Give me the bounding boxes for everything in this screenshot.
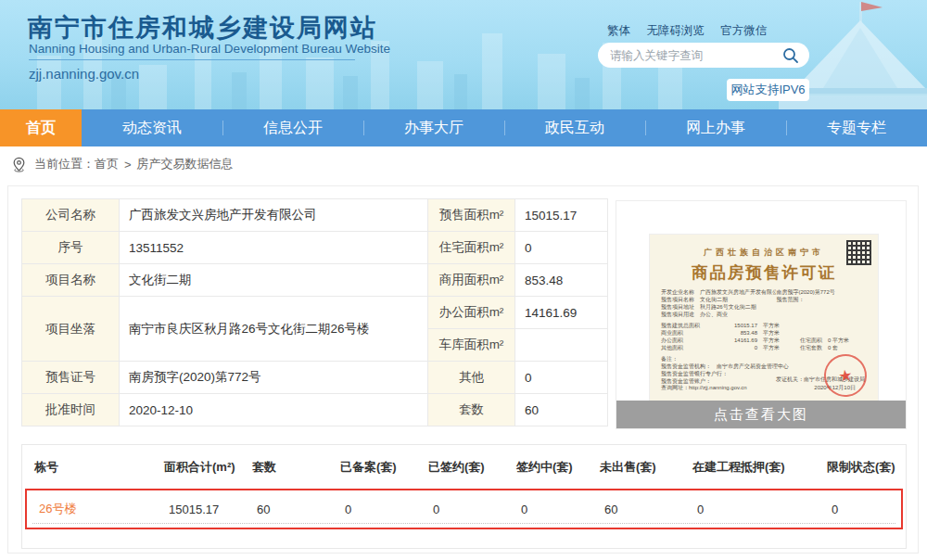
cert-area-extra: 住宅套数 0 套 [785,344,869,351]
search-icon [781,46,800,65]
info-label: 套数 [428,394,515,426]
col-header-restricted: 限制状态(套) [815,459,906,476]
col-header-units: 套数 [240,459,328,476]
nav-item-info-disclosure[interactable]: 信息公开 [222,109,363,146]
search-button[interactable] [781,46,800,65]
info-label: 预售证号 [22,362,120,394]
qr-code [846,240,871,265]
table-row: 预售证号 南房预字(2020)第772号 其他 0 [22,362,608,394]
building-link[interactable]: 26号楼 [27,501,157,517]
top-utility-links: 繁体 无障碍浏览 官方微信 [607,23,780,39]
site-title: 南宁市住房和城乡建设局网站 [28,11,377,45]
info-label: 办公面积m² [428,297,515,329]
breadcrumb-home-link[interactable]: 首页 [95,156,119,172]
location-pin-icon [11,157,27,172]
other-value: 0 [515,362,608,394]
link-official-wechat[interactable]: 官方微信 [720,24,767,37]
col-header-recorded: 已备案(套) [328,459,416,476]
presale-cert-number-value: 南房预字(2020)第772号 [120,362,428,394]
cert-area-value: 14161.69 平方米 [718,337,785,344]
cert-area-value: 15015.17 平方米 [718,322,785,329]
cert-area-extra: 住宅面积 0 平方米 [785,337,869,344]
nav-item-online-services[interactable]: 网上办事 [645,109,786,146]
cert-query-url: 查询网址：http://zjj.nanning.gov.cn [661,384,747,392]
cell-units: 60 [245,503,333,516]
cert-area-extra [785,329,869,337]
table-row: 序号 13511552 住宅面积m² 0 [22,232,608,264]
info-label: 其他 [428,362,515,394]
commercial-area-value: 853.48 [515,264,608,297]
cert-line: 南房预字(2020)第772号 [776,288,869,296]
cell-restricted: 0 [819,503,901,516]
site-subtitle: Nanning Housing and Urban-Rural Developm… [29,42,390,56]
presale-area-value: 15015.17 [515,199,608,232]
cert-area-label: 商业面积 [661,329,718,337]
table-row: 项目坐落 南宁市良庆区秋月路26号文化街二期26号楼 办公面积m² 14161.… [22,297,608,329]
nav-item-home[interactable]: 首页 [0,109,82,146]
cell-mortgaged: 0 [685,503,819,516]
link-traditional-chinese[interactable]: 繁体 [607,24,630,37]
info-label: 项目坐落 [22,297,120,362]
highlighted-building-row: 26号楼 15015.17 60 0 0 0 60 0 0 [25,489,903,529]
nav-item-special-topics[interactable]: 专题专栏 [786,109,927,146]
buildings-table: 栋号 面积合计(m²) 套数 已备案(套) 已签约(套) 签约中(套) 未出售(… [21,444,907,549]
certificate-main-title: 商品房预售许可证 [650,261,878,284]
site-banner: 南宁市住房和城乡建设局网站 Nanning Housing and Urban-… [0,0,927,109]
info-label: 车库面积m² [428,329,515,362]
view-large-image-button[interactable]: 点击查看大图 [616,401,906,428]
approval-date-value: 2020-12-10 [120,394,428,426]
cell-signing: 0 [509,503,592,516]
info-label: 序号 [22,232,120,264]
info-label: 住宅面积m² [428,232,515,264]
row-dotted-divider [32,523,895,524]
serial-number-value: 13511552 [120,232,428,264]
page: 南宁市住房和城乡建设局网站 Nanning Housing and Urban-… [0,0,927,560]
cert-area-extra [785,322,869,329]
cell-unsold: 60 [592,503,685,516]
breadcrumb-current: 房产交易数据信息 [137,156,234,172]
info-label: 预售面积m² [428,199,515,232]
project-name-value: 文化街二期 [120,264,428,297]
breadcrumb-separator: > [124,158,132,172]
nav-item-news[interactable]: 动态资讯 [82,109,222,146]
col-header-signing: 签约中(套) [504,459,588,476]
cert-line: 预售范围： [776,296,869,303]
table-row: 公司名称 广西旅发文兴房地产开发有限公司 预售面积m² 15015.17 [22,199,608,232]
search-input[interactable] [610,49,781,62]
col-header-signed: 已签约(套) [416,459,504,476]
cert-area-label: 办公面积 [661,337,718,344]
search-box [598,43,809,68]
garage-area-value [515,329,608,362]
cell-total-area: 15015.17 [157,503,245,516]
breadcrumb: 当前位置： 首页 > 房产交易数据信息 [11,156,234,172]
col-header-unsold: 未出售(套) [588,459,680,476]
cert-area-label: 预售建筑总面积 [661,322,718,329]
cert-area-label: 其他面积 [661,344,718,351]
certificate-panel: 广西壮族自治区南宁市 商品房预售许可证 开发企业名称 广西旅发文兴房地产开发有限… [616,200,907,429]
cert-line [776,303,869,311]
info-label: 商用面积m² [428,264,515,297]
table-row: 批准时间 2020-12-10 套数 60 [22,394,608,426]
content-panel: 公司名称 广西旅发文兴房地产开发有限公司 预售面积m² 15015.17 序号 … [7,185,919,554]
cell-recorded: 0 [333,503,421,516]
col-header-building: 栋号 [22,459,152,476]
link-accessibility[interactable]: 无障碍浏览 [646,24,705,37]
presale-certificate-image[interactable]: 广西壮族自治区南宁市 商品房预售许可证 开发企业名称 广西旅发文兴房地产开发有限… [650,235,878,404]
cell-signed: 0 [421,503,509,516]
info-label: 批准时间 [22,394,120,426]
cert-area-value: 853.48 平方米 [718,329,785,337]
nav-item-service-hall[interactable]: 办事大厅 [363,109,504,146]
info-label: 公司名称 [22,199,120,232]
cert-line [776,311,869,318]
residential-area-value: 0 [515,232,608,264]
main-nav: 首页 动态资讯 信息公开 办事大厅 政民互动 网上办事 专题专栏 [0,109,927,146]
presale-info-table: 公司名称 广西旅发文兴房地产开发有限公司 预售面积m² 15015.17 序号 … [21,198,608,426]
company-name-value: 广西旅发文兴房地产开发有限公司 [120,199,428,232]
table-row: 项目名称 文化街二期 商用面积m² 853.48 [22,264,608,297]
site-url: zjj.nanning.gov.cn [29,66,139,82]
cert-line: 预售项目地址 秋月路26号文化街二期 [661,303,776,311]
nav-item-interaction[interactable]: 政民互动 [504,109,645,146]
ipv6-support-button[interactable]: 网站支持IPV6 [727,79,809,101]
title-divider [29,59,355,60]
breadcrumb-prefix: 当前位置： [34,156,95,172]
